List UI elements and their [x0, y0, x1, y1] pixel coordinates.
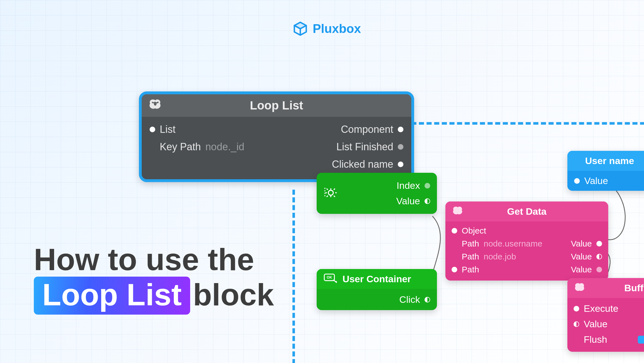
path-value-0[interactable]: node.username	[484, 239, 542, 248]
label-component: Component	[341, 124, 393, 135]
brand-name: Pluxbox	[313, 22, 361, 36]
label-path-0: Path	[462, 239, 479, 248]
headline-highlight: Loop List	[34, 277, 190, 315]
port-in-bf-value[interactable]	[574, 321, 579, 327]
port-out-value-2[interactable]	[596, 267, 602, 272]
get-data-title: Get Data	[507, 206, 547, 217]
port-in-list[interactable]	[150, 127, 155, 132]
user-container-title: User Container	[343, 274, 411, 284]
gear-node[interactable]: Index Value	[317, 173, 437, 214]
gear-icon	[321, 185, 337, 202]
cube-icon	[293, 21, 308, 36]
label-list: List	[160, 124, 176, 135]
ok-button-icon: OK	[323, 272, 337, 286]
label-index: Index	[397, 180, 420, 191]
headline: How to use the Loop Listblock	[34, 242, 274, 315]
label-value: Value	[396, 196, 420, 207]
loop-list-title: Loop List	[250, 99, 303, 112]
brain-icon	[452, 206, 463, 218]
port-in-un-value[interactable]	[574, 178, 580, 184]
port-out-clicked-name[interactable]	[398, 162, 403, 167]
user-name-node[interactable]: User name Value	[567, 151, 644, 191]
port-out-component[interactable]	[398, 127, 403, 132]
brain-icon	[574, 282, 585, 294]
label-click: Click	[399, 294, 420, 305]
selection-dash-left	[292, 190, 295, 363]
label-value-2: Value	[571, 265, 592, 274]
port-in-object[interactable]	[452, 228, 457, 234]
label-path-2: Path	[462, 265, 479, 274]
headline-line1: How to use the	[34, 242, 274, 277]
loop-list-header: Loop List	[142, 94, 411, 117]
buffer-header: Buff	[567, 278, 644, 298]
get-data-header: Get Data	[445, 201, 608, 221]
user-name-header: User name	[567, 151, 644, 171]
port-out-click[interactable]	[425, 297, 430, 302]
port-out-value-0[interactable]	[596, 241, 602, 247]
label-flush: Flush	[584, 334, 607, 345]
brand: Pluxbox	[293, 21, 361, 36]
headline-after: block	[193, 277, 274, 312]
label-un-value: Value	[584, 175, 608, 186]
port-out-value[interactable]	[425, 198, 430, 204]
port-out-index[interactable]	[425, 183, 430, 189]
label-clicked-name: Clicked name	[332, 158, 393, 170]
label-value-0: Value	[571, 239, 592, 248]
loop-list-node[interactable]: Loop List List Component Key Path node._…	[139, 91, 414, 182]
user-container-header: OK User Container	[317, 269, 437, 289]
label-value-1: Value	[571, 252, 592, 261]
path-value-1[interactable]: node.job	[484, 252, 516, 261]
label-path-1: Path	[462, 252, 479, 261]
brain-icon	[148, 98, 162, 113]
buffer-title: Buff	[624, 283, 643, 293]
label-list-finished: List Finished	[336, 141, 393, 153]
port-in-path-2[interactable]	[452, 267, 457, 272]
gear-icon-col	[317, 173, 342, 214]
key-path-value[interactable]: node._id	[205, 141, 244, 153]
svg-text:OK: OK	[327, 275, 332, 279]
port-out-value-1[interactable]	[596, 254, 602, 259]
buffer-node[interactable]: Buff Execute Value Flush	[567, 278, 644, 352]
get-data-node[interactable]: Get Data Object Path node.username Value…	[445, 201, 608, 281]
flush-checkbox[interactable]	[638, 336, 644, 344]
svg-point-0	[328, 190, 334, 195]
label-bf-value: Value	[584, 319, 607, 330]
label-key-path: Key Path	[160, 141, 201, 153]
selection-dash-top	[411, 122, 644, 125]
user-name-title: User name	[585, 155, 634, 166]
label-execute: Execute	[584, 303, 618, 314]
label-object: Object	[462, 226, 486, 236]
port-in-execute[interactable]	[574, 306, 579, 312]
user-container-node[interactable]: OK User Container Click	[317, 269, 437, 310]
port-out-list-finished[interactable]	[398, 144, 403, 150]
